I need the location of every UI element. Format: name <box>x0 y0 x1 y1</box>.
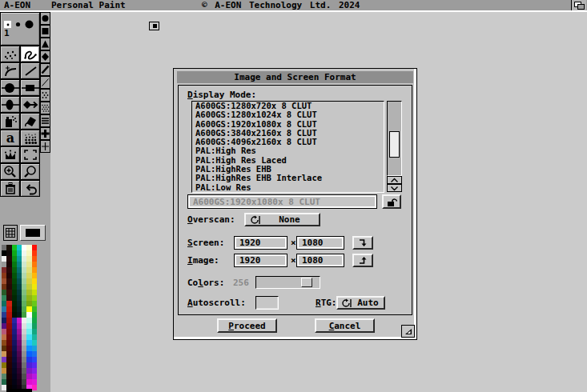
tool-dotted-freehand[interactable] <box>0 46 20 62</box>
depth-gadget-icon[interactable] <box>571 0 586 10</box>
tool-crown-pickup[interactable] <box>0 146 20 163</box>
current-color-indicator[interactable] <box>20 225 46 241</box>
display-mode-item[interactable]: A600GS:1280x1024x 8 CLUT <box>192 110 384 119</box>
display-mode-item[interactable]: PAL:Low Res <box>192 183 384 192</box>
app-icon <box>149 1 181 51</box>
colors-slider-knob[interactable] <box>301 278 312 287</box>
screen-height-field[interactable]: 1080 <box>296 236 344 250</box>
image-width-field[interactable]: 1920 <box>234 254 287 267</box>
shape-cross-bold[interactable] <box>40 127 50 140</box>
shape-square[interactable] <box>40 25 50 38</box>
selected-mode-field[interactable]: A600GS:1920x1080x 8 CLUT <box>187 194 377 209</box>
pattern-grid-icon[interactable] <box>3 225 18 241</box>
palette-swatch[interactable] <box>32 334 37 340</box>
palette-swatch[interactable] <box>32 295 37 301</box>
tool-oval[interactable] <box>0 96 20 113</box>
colors-slider[interactable] <box>255 276 320 289</box>
palette-swatch[interactable] <box>32 267 37 273</box>
shape-thin-line[interactable] <box>40 76 50 89</box>
dialog-title[interactable]: Image and Screen Format <box>177 71 413 83</box>
fill-bucket-icon <box>22 114 38 128</box>
shape-diamond[interactable] <box>40 50 50 63</box>
palette-swatch[interactable] <box>32 256 37 262</box>
shape-thick-line[interactable] <box>40 63 50 76</box>
tool-magnify[interactable] <box>20 163 40 180</box>
resize-icon[interactable] <box>401 325 415 338</box>
tool-fill-bucket[interactable] <box>20 113 40 130</box>
scrollbar-thumb[interactable] <box>389 131 400 158</box>
tool-brush-size-selector[interactable]: 1 <box>0 12 40 46</box>
text-icon: a <box>2 131 18 145</box>
tool-spray-can[interactable] <box>0 113 20 130</box>
tool-text[interactable]: a <box>0 130 20 146</box>
shape-cross-thin[interactable] <box>40 140 50 153</box>
rtg-value: Auto <box>355 298 381 308</box>
copy-down-icon[interactable] <box>352 236 373 250</box>
scrollbar-track[interactable] <box>387 101 402 176</box>
scroll-down-icon[interactable] <box>387 184 402 192</box>
overscan-cycle[interactable]: None <box>244 213 320 226</box>
shape-lines[interactable] <box>40 114 50 127</box>
palette-swatch[interactable] <box>32 346 37 351</box>
screen-width-field[interactable]: 1920 <box>234 236 287 250</box>
shape-triangle[interactable] <box>40 38 50 50</box>
palette-swatch[interactable] <box>32 278 37 284</box>
palette-swatch[interactable] <box>32 357 37 362</box>
palette-swatch[interactable] <box>32 262 37 267</box>
cancel-button[interactable]: Cancel <box>315 318 375 333</box>
palette-swatch[interactable] <box>32 250 37 256</box>
tool-zoom-in[interactable] <box>0 163 20 180</box>
shape-dots-dense[interactable] <box>40 102 50 114</box>
palette-swatch[interactable] <box>32 318 37 323</box>
palette-swatch[interactable] <box>32 290 37 295</box>
proceed-button[interactable]: Proceed <box>217 318 277 333</box>
palette-swatch[interactable] <box>32 374 37 379</box>
palette-swatch[interactable] <box>32 323 37 329</box>
palette-swatch[interactable] <box>32 351 37 357</box>
scroll-up-icon[interactable] <box>387 176 402 184</box>
copy-up-icon[interactable] <box>352 254 373 267</box>
tool-line[interactable] <box>20 62 40 79</box>
crown-icon <box>2 149 18 161</box>
shape-dot[interactable] <box>40 12 50 25</box>
palette-swatch[interactable] <box>32 340 37 346</box>
palette-swatch[interactable] <box>32 284 37 290</box>
display-mode-label: Display Mode: <box>187 90 256 100</box>
palette-swatch[interactable] <box>32 306 37 312</box>
tool-ellipse[interactable] <box>0 79 20 96</box>
palette-swatch[interactable] <box>32 385 37 390</box>
tool-rectangle[interactable] <box>20 79 40 96</box>
palette-swatch[interactable] <box>32 312 37 318</box>
display-mode-scrollbar[interactable] <box>387 101 402 192</box>
display-mode-list[interactable]: A600GS:1280x720x 8 CLUTA600GS:1280x1024x… <box>191 101 384 193</box>
palette-swatch[interactable] <box>32 245 37 250</box>
shape-dots-sparse[interactable] <box>40 89 50 102</box>
palette-swatch[interactable] <box>32 368 37 374</box>
tool-brush-frame[interactable] <box>20 146 40 163</box>
shape-column <box>40 12 50 153</box>
tool-polygon-arrow[interactable] <box>20 96 40 113</box>
magnify-icon <box>22 165 38 178</box>
autoscroll-checkbox[interactable] <box>255 296 279 310</box>
palette-swatch[interactable] <box>32 329 37 334</box>
menu-app-name[interactable]: A-EON <box>4 0 30 10</box>
palette-swatch[interactable] <box>32 379 37 385</box>
menu-title[interactable]: Personal Paint <box>51 0 126 10</box>
tool-undo[interactable] <box>20 180 40 197</box>
tool-airbrush-dither[interactable] <box>20 130 40 146</box>
tool-trash[interactable] <box>0 180 20 197</box>
tool-curve[interactable] <box>0 62 20 79</box>
curve-icon <box>2 65 18 78</box>
menu-copyright: © A-EON Technology Ltd. 2024 <box>202 0 360 10</box>
lock-icon[interactable] <box>382 194 401 209</box>
rtg-cycle[interactable]: Auto <box>336 296 385 310</box>
palette-swatch[interactable] <box>32 301 37 306</box>
palette-swatch[interactable] <box>32 362 37 368</box>
display-mode-item[interactable]: PAL:HighRes EHB Interlace <box>192 174 384 182</box>
image-height-field[interactable]: 1080 <box>296 254 344 267</box>
line-icon <box>22 65 38 78</box>
palette-swatch[interactable] <box>32 273 37 278</box>
tool-freehand[interactable] <box>20 46 40 62</box>
cycle-icon <box>249 215 260 225</box>
spray-can-icon <box>2 114 18 128</box>
